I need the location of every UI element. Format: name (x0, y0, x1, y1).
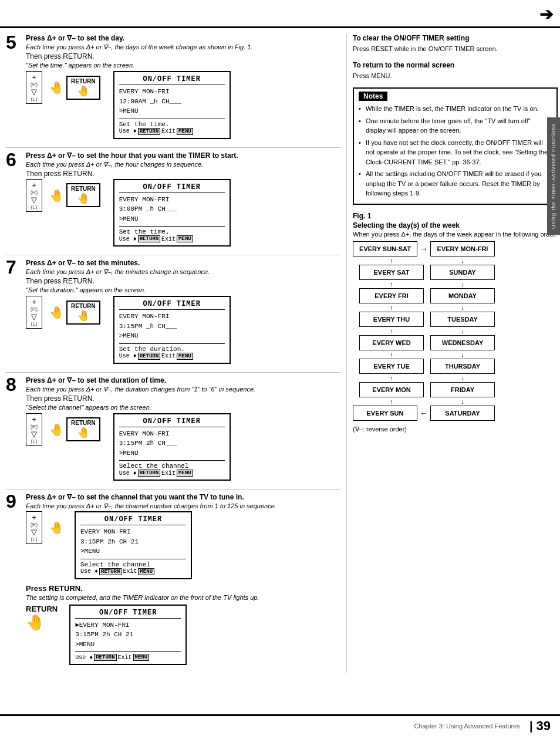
arrow-down-1: ↓ (461, 256, 464, 265)
plus-icon-7: + (32, 298, 36, 306)
return-mini-btn-9a: RETURN (99, 568, 122, 575)
normal-section: To return to the normal screen Press MEN… (353, 61, 558, 81)
step-6-icons: + (R) ▽ (L) 🤚 RETURN 🤚 (26, 179, 105, 212)
return-text: RETURN (26, 605, 58, 613)
step-7-icons: + (R) ▽ (L) 🤚 RETURN 🤚 (26, 296, 105, 329)
left-arrow-bottom: ← (420, 408, 428, 418)
notes-box: Notes While the TIMER is set, the TIMER … (353, 87, 558, 205)
timer-title-9b: ON/OFF TIMER (75, 609, 181, 619)
step-7-italic2: "Set the duration." appears on the scree… (26, 286, 340, 293)
clear-body: Press RESET while in the ON/OFF TIMER sc… (353, 44, 558, 54)
reverse-note: (∇–: reverse order) (353, 426, 558, 433)
clear-section: To clear the ON/OFF TIMER setting Press … (353, 34, 558, 54)
minus-icon-5: ▽ (31, 87, 37, 96)
day-thu: EVERY THU (359, 312, 424, 327)
arrow-up-2: ↑ (390, 280, 393, 288)
hand-icon-9: 🤚 (49, 521, 64, 535)
day-mon-fri: EVERY MON-FRI (430, 241, 495, 256)
menu-mini-btn-6: MENU (177, 235, 193, 242)
timer-use-8: Use ♦ RETURN ExitMENU (119, 470, 225, 477)
hand-icon-7: 🤚 (49, 305, 64, 319)
clear-title: To clear the ON/OFF TIMER setting (353, 34, 558, 42)
day-tuesday: TUESDAY (430, 312, 495, 327)
notes-list: While the TIMER is set, the TIMER indica… (359, 104, 552, 198)
step-7-content: Press Δ+ or ∇– to set the minutes. Each … (26, 259, 340, 364)
step-5-title: Press Δ+ or ∇– to set the day. (26, 34, 340, 42)
step-8-icons: + (R) ▽ (L) 🤚 RETURN 🤚 (26, 413, 105, 446)
timer-use-9b: Use ♦ RETURN ExitMENU (75, 654, 181, 661)
step-5-normal: Then press RETURN. (26, 52, 340, 60)
step-number-8: 8 (6, 375, 22, 394)
step-9-icons: + (R) ▽ (L) 🤚 (26, 511, 66, 544)
delta-btn-9: + (R) ▽ (L) (26, 511, 42, 544)
days-right-col: EVERY MON-FRI ↓ SUNDAY ↓ MONDAY ↓ TUESDA… (430, 241, 495, 421)
delta-btn-5: + (R) ▽ (L) (26, 71, 42, 104)
step-5-row: + (R) ▽ (L) 🤚 RETURN 🤚 (26, 71, 340, 139)
timer-box-5: ON/OFF TIMER EVERY MON-FRI 12:00AM _h CH… (113, 71, 231, 139)
day-tue: EVERY TUE (359, 359, 424, 374)
timer-title-7: ON/OFF TIMER (119, 300, 225, 310)
day-grid-area: EVERY SUN-SAT → ↑ EVERY SAT ↑ EVERY FRI … (353, 241, 558, 421)
footer-divider: | (529, 720, 533, 733)
hand-icon-6: 🤚 (49, 188, 64, 202)
step-6-timer: ON/OFF TIMER EVERY MON-FRI 3:00PM _h CH_… (111, 179, 340, 247)
timer-title-5: ON/OFF TIMER (119, 75, 225, 85)
step-9-title: Press Δ+ or ∇– to set the channel that y… (26, 493, 340, 501)
press-return-row: RETURN 🤚 ON/OFF TIMER ►EVERY MON-FRI 3:1… (26, 605, 340, 666)
right-column: To clear the ON/OFF TIMER setting Press … (346, 34, 558, 673)
press-return-label: Press RETURN. (26, 584, 340, 593)
footer-text: Chapter 3: Using Advanced Features (414, 723, 520, 730)
step-number-5: 5 (6, 33, 22, 52)
divider-8-9 (6, 489, 340, 489)
step-8-italic2: "Select the channel" appears on the scre… (26, 404, 340, 411)
arrow-down-7: ↓ (461, 397, 464, 406)
step-5-italic2: "Set the time." appears on the screen. (26, 62, 340, 69)
divider-7-8 (6, 372, 340, 373)
delta-btn-8: + (R) ▽ (L) (26, 413, 42, 446)
return-btn-6: RETURN 🤚 (66, 183, 100, 207)
return-hand-col: RETURN 🤚 (26, 605, 58, 632)
fig-label: Fig. 1 (353, 212, 558, 220)
timer-box-8: ON/OFF TIMER EVERY MON-FRI 3:15PM 2h CH_… (113, 413, 231, 481)
step-6-content: Press Δ+ or ∇– to set the hour that you … (26, 151, 340, 247)
timer-content-9a: EVERY MON-FRI 3:15PM 2h CH 21 >MENU (80, 527, 186, 556)
timer-content-8: EVERY MON-FRI 3:15PM 2h CH___ >MENU (119, 429, 225, 458)
menu-mini-btn-5: MENU (177, 128, 193, 135)
timer-box-9a: ON/OFF TIMER EVERY MON-FRI 3:15PM 2h CH … (75, 511, 192, 579)
day-monday: MONDAY (430, 288, 495, 303)
timer-use-6: Use ♦ RETURN ExitMENU (119, 235, 225, 242)
timer-set-7: Set the duration. Use ♦ RETURN ExitMENU (119, 343, 225, 360)
note-4: All the settings including ON/OFF TIMER … (359, 169, 552, 198)
step-7-italic1: Each time you press Δ+ or ∇–, the minute… (26, 268, 340, 276)
minus-icon-7: ▽ (31, 312, 37, 321)
arrow-up-3: ↑ (390, 303, 393, 312)
step-6-title: Press Δ+ or ∇– to set the hour that you … (26, 151, 340, 160)
day-sunday: SUNDAY (430, 265, 495, 280)
timer-use-9a: Use ♦ RETURN ExitMENU (80, 568, 186, 575)
plus-icon-5: + (32, 73, 36, 82)
timer-content-7: EVERY MON-FRI 3:15PM _h CH___ >MENU (119, 312, 225, 341)
step-5-content: Press Δ+ or ∇– to set the day. Each time… (26, 34, 340, 139)
step-9-timer1: ON/OFF TIMER EVERY MON-FRI 3:15PM 2h CH … (72, 511, 340, 579)
return-mini-btn-6: RETURN (138, 235, 160, 242)
step-8-normal: Then press RETURN. (26, 394, 340, 403)
plus-icon-8: + (32, 415, 36, 424)
timer-set-5: Set the time. Use ♦ RETURN ExitMENU (119, 119, 225, 135)
timer-title-6: ON/OFF TIMER (119, 183, 225, 193)
note-2: One minute before the timer goes off, th… (359, 116, 552, 136)
step-5-italic1: Each time you press Δ+ or ∇–, the days o… (26, 43, 340, 51)
return-mini-btn-9b: RETURN (94, 654, 116, 661)
fig-section: Fig. 1 Selecting the day(s) of the week … (353, 212, 558, 433)
day-mon: EVERY MON (359, 382, 424, 397)
main-content: 5 Press Δ+ or ∇– to set the day. Each ti… (0, 28, 560, 679)
press-return-subnote: The setting is completed, and the TIMER … (26, 594, 340, 601)
day-thursday: THURSDAY (430, 359, 495, 374)
note-1: While the TIMER is set, the TIMER indica… (359, 104, 552, 114)
plus-icon-9: + (32, 513, 36, 522)
divider-5-6 (6, 147, 340, 148)
left-column: 5 Press Δ+ or ∇– to set the day. Each ti… (6, 34, 346, 673)
return-mini-btn-5: RETURN (138, 128, 160, 135)
press-return-section: Press RETURN. The setting is completed, … (26, 584, 340, 666)
arrow-up-7: ↑ (390, 397, 393, 406)
day-row-sun: EVERY SUN ← (353, 406, 430, 421)
